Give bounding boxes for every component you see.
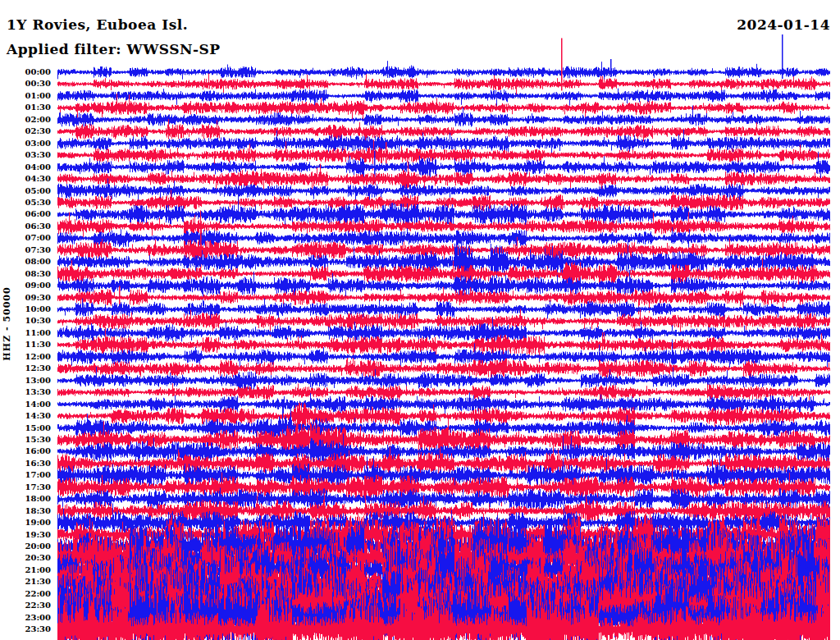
time-label: 01:00 <box>0 92 51 100</box>
time-label: 07:00 <box>0 234 51 242</box>
time-label: 13:30 <box>0 388 51 396</box>
time-label: 10:00 <box>0 305 51 313</box>
time-label: 11:30 <box>0 341 51 349</box>
time-label: 19:30 <box>0 531 51 539</box>
time-label: 23:30 <box>0 625 51 633</box>
time-label: 02:30 <box>0 127 51 135</box>
time-label: 13:00 <box>0 377 51 385</box>
time-label: 01:30 <box>0 103 51 112</box>
time-label: 20:30 <box>0 554 51 562</box>
time-label: 22:00 <box>0 590 51 598</box>
time-label: 18:00 <box>0 495 51 503</box>
time-label: 18:30 <box>0 507 51 515</box>
time-label: 04:00 <box>0 163 51 171</box>
time-label: 06:00 <box>0 210 51 218</box>
time-label: 16:30 <box>0 459 51 468</box>
time-label: 17:00 <box>0 471 51 479</box>
time-label: 21:30 <box>0 578 51 586</box>
time-label: 03:00 <box>0 139 51 148</box>
time-label: 00:00 <box>0 68 51 76</box>
time-label: 23:00 <box>0 614 51 622</box>
time-label: 02:00 <box>0 116 51 124</box>
time-label: 16:00 <box>0 447 51 455</box>
time-label: 12:00 <box>0 353 51 361</box>
time-label: 09:00 <box>0 281 51 290</box>
time-label: 14:00 <box>0 400 51 409</box>
time-label: 00:30 <box>0 80 51 88</box>
time-label: 14:30 <box>0 412 51 420</box>
time-label: 19:00 <box>0 519 51 527</box>
time-label: 20:00 <box>0 542 51 551</box>
time-label: 15:00 <box>0 424 51 432</box>
helicorder-canvas <box>57 25 830 640</box>
time-label: 12:30 <box>0 364 51 373</box>
time-label: 15:30 <box>0 436 51 444</box>
time-label: 05:30 <box>0 199 51 207</box>
time-label: 04:30 <box>0 175 51 183</box>
time-label: 05:00 <box>0 187 51 195</box>
time-label: 08:30 <box>0 270 51 278</box>
helicorder-page: 1Y Rovies, Euboea Isl. 2024-01-14 Applie… <box>0 0 840 640</box>
time-label: 21:00 <box>0 566 51 574</box>
time-label: 17:30 <box>0 483 51 491</box>
time-label: 07:30 <box>0 246 51 254</box>
time-label: 11:00 <box>0 329 51 337</box>
time-label: 09:30 <box>0 294 51 302</box>
time-label: 03:30 <box>0 151 51 159</box>
time-label: 22:30 <box>0 601 51 610</box>
time-label: 06:30 <box>0 222 51 231</box>
time-label: 08:00 <box>0 258 51 266</box>
time-label: 10:30 <box>0 317 51 325</box>
